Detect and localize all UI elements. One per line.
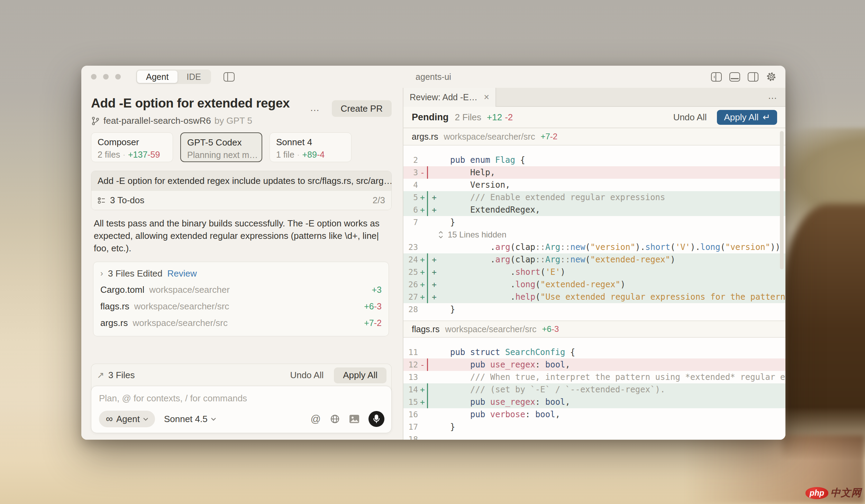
diff-file-counts: +7-2 [540,132,557,141]
git-branch-icon [91,116,100,125]
pending-files-count: 2 Files [455,112,482,123]
line-number: 27 [403,292,418,301]
files-count-label[interactable]: 3 Files [108,370,135,381]
agent-card-name: GPT-5 Codex [187,137,255,148]
diff-line-18: 18 [403,433,785,440]
additions: +6 [364,301,374,311]
change-bar [427,278,428,291]
code-text: .short('E') [508,266,565,278]
panel-left-toggle-icon[interactable]: ‹ [711,72,722,82]
agent-card-2[interactable]: GPT-5 CodexPlanning next m… [180,132,262,162]
sidebar-toggle-icon[interactable] [224,72,235,82]
change-bar [427,396,428,408]
diff-line-23: 23.arg(clap::Arg::new("version").short('… [403,241,785,253]
mention-at-icon[interactable]: @ [311,413,321,425]
code-text: pub enum Flag { [448,154,525,166]
model-label: Sonnet 4.5 [164,414,208,424]
tab-agent[interactable]: Agent [137,71,177,83]
file-row[interactable]: flags.rsworkspace/searcher/src+6-3 [100,298,382,315]
code-text: ExtendedRegex, [468,204,540,216]
line-number: 3 [403,168,418,177]
more-options-button[interactable]: … [309,100,321,115]
line-number: 12 [403,360,418,369]
additions: +3 [372,285,382,295]
todos-row[interactable]: 3 To-dos 2/3 [91,191,391,210]
line-number: 6 [403,205,418,214]
agent-card-sub: Planning next m… [187,150,255,160]
inline-plus-marker: + [432,205,437,214]
model-select[interactable]: Sonnet 4.5 [164,414,216,424]
panel-right-toggle-icon[interactable] [748,72,758,82]
watermark-php-badge: php [805,487,828,499]
apply-all-button[interactable]: Apply All [334,367,386,383]
line-number: 28 [403,305,418,314]
image-attach-icon[interactable] [349,414,359,423]
diff-file-name: flags.rs [412,324,440,334]
composer-input-box[interactable]: ∞ Agent Sonnet 4.5 @ [91,386,392,433]
inline-plus-marker: + [432,255,437,264]
diff-file-path: workspace/searcher/src [445,324,537,334]
diff-file-header[interactable]: args.rsworkspace/searcher/src+7-2 [403,128,785,146]
files-edited-header[interactable]: › 3 Files Edited Review [100,265,382,281]
file-path: workspace/searcher [149,284,230,295]
deletions: -2 [550,132,557,141]
diff-file-header[interactable]: flags.rsworkspace/searcher/src+6-3 [403,320,785,338]
review-link[interactable]: Review [167,268,197,279]
task-box[interactable]: Add -E option for extended regex include… [91,171,392,210]
file-diff: +3 [372,285,382,295]
web-globe-icon[interactable] [330,414,340,424]
scrollbar-thumb[interactable] [780,131,784,269]
pending-bar: Pending 2 Files +12 -2 Undo All Apply Al… [403,107,785,128]
create-pr-button[interactable]: Create PR [332,100,392,117]
agent-card-files: 1 file [276,150,294,160]
change-bar [427,421,428,433]
code-text: .arg(clap::Arg::new("extended-regex") [488,253,675,266]
code-text: pub use_regex: bool, [468,358,570,371]
code-text: .help("Use extended regular expressions … [508,291,785,303]
tab-strip-more-button[interactable]: … [768,91,777,101]
additions: +137 [128,150,147,159]
watermark: php 中文网 [805,486,862,500]
diff-line-14: 14+/// (set by `-E` / `--extended-regex`… [403,383,785,396]
settings-gear-icon[interactable] [766,72,776,82]
review-tab-label: Review: Add -E… [410,92,477,102]
file-row[interactable]: args.rsworkspace/searcher/src+7-2 [100,315,382,331]
microphone-button[interactable] [368,411,384,427]
agent-card-name: Sonnet 4 [276,137,345,148]
diff-line-6: 6++ExtendedRegex, [403,204,785,216]
agent-card-3[interactable]: Sonnet 41 file·+89-4 [270,132,352,162]
review-tab[interactable]: Review: Add -E… × [403,88,496,107]
review-undo-all-button[interactable]: Undo All [673,112,707,123]
inline-plus-marker: + [432,280,437,289]
line-number: 2 [403,156,418,165]
tab-ide[interactable]: IDE [177,71,210,83]
infinity-icon: ∞ [106,413,113,424]
traffic-lights [91,74,121,80]
titlebar[interactable]: Agent IDE agents-ui ‹ [81,66,785,88]
composer-input[interactable] [99,393,384,404]
deletions: -3 [552,324,559,334]
agent-card-diff: +89-4 [302,150,325,160]
close-window-button[interactable] [91,74,97,80]
agent-card-1[interactable]: Composer2 files·+137-59 [91,132,173,162]
zoom-window-button[interactable] [115,74,121,80]
line-number: 4 [403,180,418,189]
close-icon[interactable]: × [484,92,489,103]
file-name: flags.rs [100,301,129,312]
hidden-lines-row[interactable]: 15 Lines hidden [403,228,785,241]
line-number: 16 [403,410,418,419]
review-apply-all-button[interactable]: Apply All ↵ [717,110,777,125]
panel-bottom-toggle-icon[interactable] [729,72,740,82]
pending-deletions: -2 [505,112,513,123]
agent-card-sub: 2 files·+137-59 [98,150,166,160]
file-row[interactable]: Cargo.tomlworkspace/searcher+3 [100,281,382,298]
minimize-window-button[interactable] [103,74,109,80]
change-bar [427,166,428,179]
code-text: pub use_regex: bool, [468,396,570,408]
code-text: pub struct SearchConfig { [448,346,575,358]
inline-plus-marker: + [432,193,437,202]
change-bar [427,191,428,204]
deletions: -3 [374,301,382,311]
agent-mode-select[interactable]: ∞ Agent [99,411,155,427]
undo-all-button[interactable]: Undo All [290,370,324,381]
